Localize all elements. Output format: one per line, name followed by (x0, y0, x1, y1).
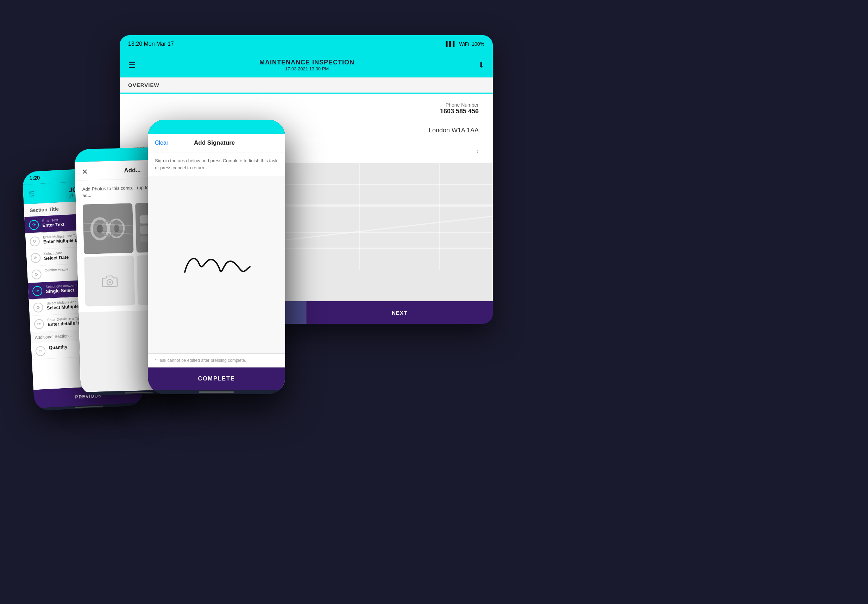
photo-item[interactable] (83, 203, 134, 254)
phone3-status-bar (148, 120, 285, 134)
phone1-time: 1:20 (29, 174, 40, 181)
signature-modal-header: Clear Add Signature (148, 134, 285, 152)
signature-modal-title: Add Signature (194, 139, 235, 146)
chevron-right-icon: › (476, 147, 479, 156)
item-text: Select Multiple Ans... Select Multiple..… (46, 299, 83, 310)
complete-label: COMPLETE (198, 376, 235, 382)
item-icon: ⟳ (29, 236, 40, 246)
phone3-home-indicator (148, 390, 285, 394)
wifi-icon: WiFi (459, 41, 469, 47)
item-icon: ⟳ (29, 220, 39, 230)
item-text: Select Date Select Date (43, 251, 69, 261)
home-bar (75, 406, 103, 408)
signature-warning: * Task cannot be editted after pressing … (148, 354, 285, 367)
svg-point-29 (108, 281, 110, 283)
phone3-inner: Clear Add Signature Sign in the area bel… (148, 134, 285, 390)
tablet-title: MAINTENANCE INSPECTION (259, 59, 355, 66)
item-icon: ⟳ (34, 319, 44, 329)
tablet-status-icons: ▌▌▌ WiFi 100% (446, 41, 484, 47)
add-photo-button[interactable] (84, 256, 135, 307)
phone3-device: Clear Add Signature Sign in the area bel… (148, 120, 285, 394)
item-icon: ⟳ (31, 269, 42, 279)
battery-icon: 100% (472, 41, 484, 47)
item-text: Enter Multiple Line T... Enter Multiple … (43, 233, 82, 245)
tablet-subtitle: 17.03.2021 13:00 PM (259, 66, 355, 71)
pipe-svg (83, 203, 134, 254)
tablet-phone-row: Phone Number 1603 585 456 (120, 94, 493, 121)
signal-icon: ▌▌▌ (446, 41, 456, 47)
complete-button[interactable]: COMPLETE (148, 367, 285, 390)
tablet-time: 13:20 Mon Mar 17 (128, 41, 174, 47)
phone2-modal-title: Add... (124, 167, 141, 174)
home-bar (125, 392, 153, 393)
item-icon: ⟳ (31, 253, 41, 263)
phone1-menu-icon[interactable]: ☰ (28, 190, 34, 198)
next-button[interactable]: NEXT (306, 301, 493, 324)
item-text: Quantity (48, 344, 67, 351)
address-text: London W1A 1AA (429, 127, 479, 134)
camera-icon (101, 272, 119, 290)
item-icon: ⟳ (33, 302, 43, 313)
item-icon: ⟳ (35, 346, 45, 356)
clear-button[interactable]: Clear (155, 140, 168, 146)
tablet-nav-bar: OVERVIEW (120, 77, 493, 94)
item-text: Enter Text Enter Text (42, 218, 64, 228)
tab-overview[interactable]: OVERVIEW (128, 82, 160, 88)
tablet-status-bar: 13:20 Mon Mar 17 ▌▌▌ WiFi 100% (120, 35, 493, 53)
download-icon[interactable]: ⬇ (478, 60, 484, 70)
tablet-header: ☰ MAINTENANCE INSPECTION 17.03.2021 13:0… (120, 53, 493, 77)
signature-area[interactable] (148, 177, 285, 354)
signature-description: Sign in the area below and press Complet… (148, 152, 285, 177)
item-text: Confirm Answe... (45, 267, 71, 273)
item-icon: ⟳ (32, 286, 42, 296)
close-icon[interactable]: ✕ (82, 167, 88, 176)
phone-label: Phone Number (440, 102, 479, 108)
item-text: Select one answer f... Single Select (45, 283, 79, 294)
pipe-image (83, 203, 134, 254)
signature-svg (164, 237, 269, 293)
menu-icon[interactable]: ☰ (128, 60, 136, 70)
home-bar (199, 392, 234, 393)
tablet-title-block: MAINTENANCE INSPECTION 17.03.2021 13:00 … (259, 59, 355, 71)
phone-value: 1603 585 456 (440, 108, 479, 115)
